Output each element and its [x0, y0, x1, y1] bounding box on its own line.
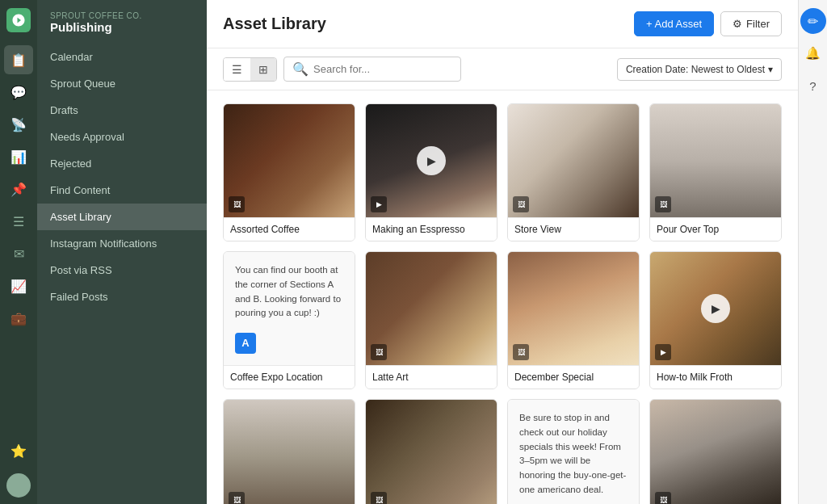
- nav-listening-icon[interactable]: 📡: [4, 110, 33, 139]
- image-type-badge: 🖼: [229, 196, 245, 212]
- notifications-icon[interactable]: 🔔: [800, 40, 826, 66]
- nav-pin-icon[interactable]: 📌: [4, 174, 33, 204]
- grid-view-button[interactable]: ⊞: [250, 58, 276, 81]
- asset-label: Latte Art: [366, 365, 497, 388]
- asset-image-thumb: 🖼: [366, 400, 497, 504]
- icon-sidebar: 📋 💬 📡 📊 📌 ☰ ✉ 📈 💼 ⭐: [0, 0, 37, 504]
- brand-name: Publishing: [50, 20, 194, 34]
- asset-label: Assorted Coffee: [224, 217, 355, 241]
- compose-button[interactable]: ✏: [800, 8, 826, 34]
- sidebar-item-rejected[interactable]: Rejected: [37, 150, 207, 177]
- asset-text-thumb: Be sure to stop in and check out our hol…: [508, 400, 639, 504]
- user-avatar[interactable]: [6, 473, 31, 498]
- list-view-button[interactable]: ☰: [224, 58, 250, 81]
- text-type-badge: A: [235, 333, 256, 354]
- asset-grid-area: 🖼Assorted Coffee▶▶Making an Esspresso🖼St…: [207, 90, 798, 504]
- add-asset-button[interactable]: + Add Asset: [634, 11, 714, 36]
- asset-image-thumb: 🖼: [224, 104, 355, 217]
- play-icon: ▶: [417, 146, 446, 175]
- toolbar-left: ☰ ⊞ 🔍: [223, 57, 461, 82]
- asset-image-thumb: 🖼: [650, 400, 781, 504]
- nav-list-icon[interactable]: ☰: [4, 207, 33, 236]
- asset-image-thumb: 🖼: [508, 252, 639, 365]
- image-type-badge: 🖼: [513, 344, 529, 360]
- asset-label: December Special: [508, 365, 639, 388]
- sort-dropdown[interactable]: Creation Date: Newest to Oldest ▾: [617, 58, 782, 81]
- image-type-badge: 🖼: [655, 196, 671, 212]
- asset-label: Pour Over Top: [650, 217, 781, 241]
- sidebar-item-failed-posts[interactable]: Failed Posts: [37, 284, 207, 310]
- asset-card[interactable]: 🖼: [223, 399, 355, 504]
- asset-label: Store View: [508, 217, 639, 241]
- asset-card[interactable]: ▶▶How-to Milk Froth: [649, 251, 782, 389]
- chevron-down-icon: ▾: [768, 64, 773, 75]
- asset-label: Making an Esspresso: [366, 217, 497, 241]
- toolbar: ☰ ⊞ 🔍 Creation Date: Newest to Oldest ▾: [207, 48, 798, 90]
- asset-card[interactable]: 🖼December Special: [507, 251, 640, 389]
- page-title: Asset Library: [223, 15, 326, 33]
- image-type-badge: 🖼: [655, 492, 671, 504]
- asset-image-thumb: 🖼: [366, 252, 497, 365]
- top-bar-actions: + Add Asset ⚙ Filter: [634, 11, 782, 36]
- image-type-badge: 🖼: [229, 492, 245, 504]
- image-type-badge: 🖼: [371, 492, 387, 504]
- app-logo[interactable]: [6, 8, 31, 32]
- top-bar: Asset Library + Add Asset ⚙ Filter: [207, 0, 798, 48]
- asset-card[interactable]: 🖼: [365, 399, 497, 504]
- sidebar-item-post-via-rss[interactable]: Post via RSS: [37, 257, 207, 284]
- asset-image-thumb: 🖼: [508, 104, 639, 217]
- nav-star-icon[interactable]: ⭐: [4, 436, 33, 465]
- asset-card[interactable]: 🖼Pour Over Top: [649, 103, 782, 242]
- asset-text-thumb: You can find our booth at the corner of …: [224, 252, 355, 365]
- image-type-badge: ▶: [655, 344, 671, 360]
- sidebar-item-instagram-notifications[interactable]: Instagram Notifications: [37, 230, 207, 257]
- asset-image-thumb: ▶▶: [650, 252, 781, 365]
- sidebar-item-sprout-queue[interactable]: Sprout Queue: [37, 70, 207, 97]
- nav-publishing-icon[interactable]: 📋: [4, 45, 33, 74]
- nav-chart-icon[interactable]: 📈: [4, 271, 33, 300]
- nav-briefcase-icon[interactable]: 💼: [4, 304, 33, 333]
- asset-grid: 🖼Assorted Coffee▶▶Making an Esspresso🖼St…: [223, 103, 782, 504]
- sidebar-item-needs-approval[interactable]: Needs Approval: [37, 124, 207, 150]
- sidebar-item-asset-library[interactable]: Asset Library: [37, 204, 207, 230]
- asset-card[interactable]: 🖼Assorted Coffee: [223, 103, 355, 242]
- view-toggle: ☰ ⊞: [223, 57, 277, 82]
- asset-card[interactable]: 🖼: [649, 399, 782, 504]
- asset-label: Coffee Expo Location: [224, 365, 355, 388]
- image-type-badge: 🖼: [371, 344, 387, 360]
- nav-analytics-icon[interactable]: 📊: [4, 142, 33, 171]
- asset-card[interactable]: ▶▶Making an Esspresso: [365, 103, 497, 242]
- asset-image-thumb: ▶▶: [366, 104, 497, 217]
- search-input[interactable]: [313, 63, 452, 75]
- brand-header: Sprout Coffee Co. Publishing: [37, 0, 207, 44]
- play-icon: ▶: [701, 294, 730, 323]
- nav-send-icon[interactable]: ✉: [4, 239, 33, 268]
- search-box: 🔍: [283, 57, 461, 82]
- asset-card[interactable]: Be sure to stop in and check out our hol…: [507, 399, 640, 504]
- brand-sub: Sprout Coffee Co.: [50, 11, 194, 20]
- filter-icon: ⚙: [733, 18, 742, 30]
- asset-card[interactable]: You can find our booth at the corner of …: [223, 251, 355, 389]
- filter-button[interactable]: ⚙ Filter: [720, 11, 782, 36]
- sidebar-item-calendar[interactable]: Calendar: [37, 44, 207, 70]
- asset-image-thumb: 🖼: [224, 400, 355, 504]
- asset-label: How-to Milk Froth: [650, 365, 781, 388]
- search-icon: 🔍: [292, 61, 309, 77]
- main-content: Asset Library + Add Asset ⚙ Filter ☰ ⊞ 🔍…: [207, 0, 798, 504]
- asset-image-thumb: 🖼: [650, 104, 781, 217]
- image-type-badge: ▶: [371, 196, 387, 212]
- nav-engagement-icon[interactable]: 💬: [4, 78, 33, 107]
- asset-card[interactable]: 🖼Latte Art: [365, 251, 497, 389]
- right-icons-panel: ✏ 🔔 ?: [798, 0, 827, 504]
- asset-card[interactable]: 🖼Store View: [507, 103, 640, 242]
- sidebar-item-find-content[interactable]: Find Content: [37, 177, 207, 204]
- sidebar-item-drafts[interactable]: Drafts: [37, 97, 207, 124]
- sort-label: Creation Date: Newest to Oldest: [626, 64, 765, 75]
- image-type-badge: 🖼: [513, 196, 529, 212]
- help-icon[interactable]: ?: [800, 73, 826, 99]
- nav-sidebar: Sprout Coffee Co. Publishing CalendarSpr…: [37, 0, 207, 504]
